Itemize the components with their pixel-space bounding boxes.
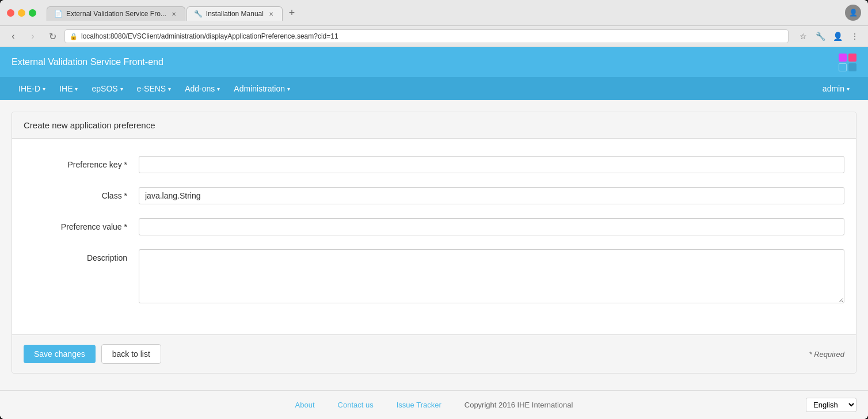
logo-square-4 xyxy=(848,63,856,71)
preference-key-input[interactable] xyxy=(139,156,844,173)
description-label: Description xyxy=(24,249,139,262)
bookmark-button[interactable]: ☆ xyxy=(795,29,810,44)
logo-square-2 xyxy=(848,54,856,62)
app-navbar: External Validation Service Front-end xyxy=(0,47,868,77)
card-title: Create new application preference xyxy=(24,120,155,130)
browser-profile-icon[interactable]: 👤 xyxy=(845,5,861,21)
traffic-lights xyxy=(7,9,36,17)
card-body: Preference key * Class * Preference valu… xyxy=(12,139,856,334)
ssl-icon: 🔒 xyxy=(70,33,78,40)
new-tab-button[interactable]: + xyxy=(284,5,300,21)
app-brand: External Validation Service Front-end xyxy=(12,57,839,67)
menu-admin-label: admin xyxy=(823,84,844,93)
menu-epsos-label: epSOS xyxy=(92,84,117,93)
tabs-bar: 📄 External Validation Service Fro... ✕ 🔧… xyxy=(47,5,840,21)
address-bar[interactable]: 🔒 localhost:8080/EVSClient/administratio… xyxy=(64,29,789,43)
close-button[interactable] xyxy=(7,9,14,17)
menu-administration[interactable]: Administration ▾ xyxy=(227,79,297,98)
tab-manual-label: Installation Manual xyxy=(206,10,264,18)
footer-right: English Deutsch Français Español xyxy=(657,398,856,412)
menu-epsos[interactable]: epSOS ▾ xyxy=(85,79,130,98)
back-button[interactable]: ‹ xyxy=(6,29,21,44)
app-content: External Validation Service Front-end IH… xyxy=(0,47,868,419)
class-label: Class * xyxy=(24,187,139,200)
menu-e-sens-arrow: ▾ xyxy=(168,86,171,92)
language-select[interactable]: English Deutsch Français Español xyxy=(806,398,856,412)
browser-window: 📄 External Validation Service Fro... ✕ 🔧… xyxy=(0,0,868,419)
browser-actions: ☆ 🔧 👤 ⋮ xyxy=(795,29,862,44)
menu-add-ons[interactable]: Add-ons ▾ xyxy=(178,79,227,98)
menu-ihe-d-label: IHE-D xyxy=(18,84,40,93)
preference-key-label: Preference key * xyxy=(24,156,139,169)
menu-e-sens[interactable]: e-SENS ▾ xyxy=(130,79,178,98)
footer-contact-link[interactable]: Contact us xyxy=(338,401,374,409)
menu-add-ons-arrow: ▾ xyxy=(217,86,220,92)
menu-administration-arrow: ▾ xyxy=(287,86,290,92)
logo-square-3 xyxy=(839,63,847,71)
form-group-description: Description xyxy=(24,249,844,303)
tab-evs-close[interactable]: ✕ xyxy=(170,10,178,18)
form-group-class: Class * xyxy=(24,187,844,204)
nav-bar: ‹ › ↻ 🔒 localhost:8080/EVSClient/adminis… xyxy=(0,26,868,47)
tab-manual-close[interactable]: ✕ xyxy=(267,10,275,18)
more-button[interactable]: ⋮ xyxy=(847,29,862,44)
menu-add-ons-label: Add-ons xyxy=(185,84,215,93)
footer-issue-tracker-link[interactable]: Issue Tracker xyxy=(397,401,441,409)
menu-ihe-arrow: ▾ xyxy=(75,86,78,92)
class-input[interactable] xyxy=(139,187,844,204)
menu-bar: IHE-D ▾ IHE ▾ epSOS ▾ e-SENS ▾ Add-ons ▾… xyxy=(0,77,868,100)
app-footer: About Contact us Issue Tracker Copyright… xyxy=(0,390,868,419)
footer-copyright: Copyright 2016 IHE International xyxy=(465,401,573,409)
logo-square-1 xyxy=(839,54,847,62)
menu-admin-user[interactable]: admin ▾ xyxy=(816,79,856,98)
extension-button[interactable]: 🔧 xyxy=(813,29,828,44)
main-content: Create new application preference Prefer… xyxy=(0,100,868,390)
footer-about-link[interactable]: About xyxy=(295,401,315,409)
menu-epsos-arrow: ▾ xyxy=(120,86,123,92)
menu-ihe-d-arrow: ▾ xyxy=(43,86,45,92)
title-bar: 📄 External Validation Service Fro... ✕ 🔧… xyxy=(0,0,868,26)
menu-ihe[interactable]: IHE ▾ xyxy=(52,79,85,98)
app-logo xyxy=(839,54,856,71)
menu-e-sens-label: e-SENS xyxy=(137,84,166,93)
required-note: * Required xyxy=(809,350,844,359)
forward-button[interactable]: › xyxy=(25,29,40,44)
tab-evs-icon: 📄 xyxy=(54,10,63,18)
tab-evs-label: External Validation Service Fro... xyxy=(66,10,166,18)
tab-manual-icon: 🔧 xyxy=(194,10,203,18)
form-group-preference-value: Preference value * xyxy=(24,218,844,235)
url-text: localhost:8080/EVSClient/administration/… xyxy=(81,32,783,40)
refresh-button[interactable]: ↻ xyxy=(45,29,60,44)
form-card: Create new application preference Prefer… xyxy=(12,112,856,374)
menu-administration-label: Administration xyxy=(234,84,285,93)
menu-admin-arrow: ▾ xyxy=(847,86,850,92)
tab-evs[interactable]: 📄 External Validation Service Fro... ✕ xyxy=(47,6,185,21)
logo-squares xyxy=(839,54,856,71)
card-header: Create new application preference xyxy=(12,112,856,139)
minimize-button[interactable] xyxy=(18,9,25,17)
preference-value-label: Preference value * xyxy=(24,218,139,231)
back-to-list-button[interactable]: back to list xyxy=(101,344,161,364)
save-changes-button[interactable]: Save changes xyxy=(24,345,96,363)
card-footer: Save changes back to list * Required xyxy=(12,334,856,373)
maximize-button[interactable] xyxy=(29,9,36,17)
menu-ihe-label: IHE xyxy=(59,84,73,93)
menu-ihe-d[interactable]: IHE-D ▾ xyxy=(12,79,52,98)
footer-links: About Contact us Issue Tracker Copyright… xyxy=(234,401,634,409)
account-button[interactable]: 👤 xyxy=(830,29,845,44)
form-group-preference-key: Preference key * xyxy=(24,156,844,173)
preference-value-input[interactable] xyxy=(139,218,844,235)
tab-installation-manual[interactable]: 🔧 Installation Manual ✕ xyxy=(186,6,283,21)
description-textarea[interactable] xyxy=(139,249,844,303)
